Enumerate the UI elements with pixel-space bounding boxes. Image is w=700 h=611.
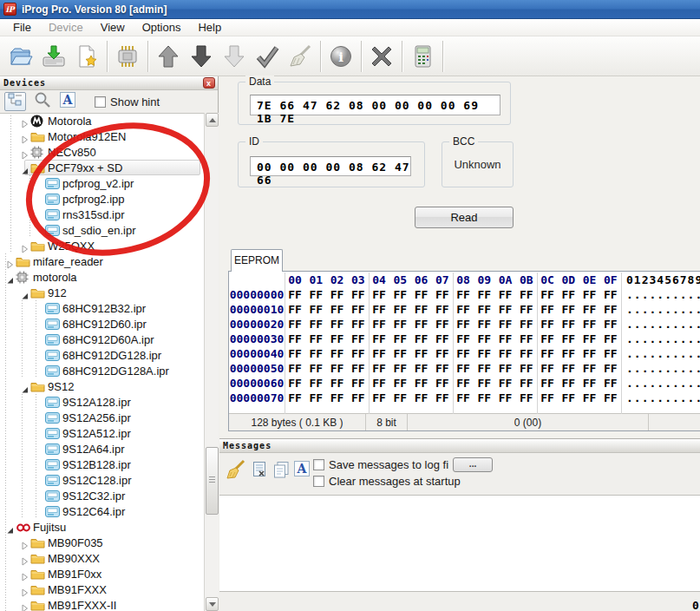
scroll-up-icon[interactable] [206,113,219,127]
upload-arrow-icon[interactable] [152,39,185,74]
status-bit-width: 8 bit [366,414,408,430]
hex-row-00000050[interactable]: 00000050FFFFFFFFFFFFFFFFFFFFFFFFFFFFFFFF… [229,361,700,376]
tree-item-9s12a256-ipr[interactable]: 9S12A256.ipr [0,410,202,425]
tree-item-w25qxx[interactable]: W25QXX [0,238,202,253]
tab-eeprom[interactable]: EEPROM [231,249,283,272]
search-button[interactable] [34,93,51,110]
tree-collapse-icon[interactable] [6,273,15,281]
data-input[interactable]: 7E 66 47 62 08 00 00 00 00 69 1B 7E [250,95,500,115]
tree-item-mb91fxxx[interactable]: MB91FXXX [0,581,202,597]
tree-item-mb90xxx[interactable]: MB90XXX [0,550,202,566]
verify-check-icon[interactable] [251,39,284,74]
hex-byte: FF [516,317,537,332]
show-hint-checkbox[interactable] [95,96,106,108]
hex-row-00000030[interactable]: 00000030FFFFFFFFFFFFFFFFFFFFFFFFFFFFFFFF… [229,332,700,346]
tree-expand-icon[interactable] [21,554,29,562]
save-log-checkbox[interactable] [313,459,324,470]
info-icon[interactable]: i [324,39,357,74]
font-icon[interactable]: A [294,461,310,476]
save-file-icon[interactable] [37,39,70,74]
clear-startup-checkbox[interactable] [313,476,324,487]
tree-view-button[interactable] [4,92,26,111]
tree-expand-icon[interactable] [21,148,29,156]
tree-item-rns315sd-ipr[interactable]: rns315sd.ipr [0,207,202,222]
tree-item-9s12c64-ipr[interactable]: 9S12C64.ipr [0,503,202,519]
hex-row-00000010[interactable]: 00000010FFFFFFFFFFFFFFFFFFFFFFFFFFFFFFFF… [229,302,700,317]
bcc-value: Unknown [442,158,513,171]
hex-byte: FF [537,391,558,405]
id-input[interactable]: 00 00 00 00 08 62 47 66 [250,156,411,176]
tree-expand-icon[interactable] [21,116,29,125]
hex-row-00000000[interactable]: 00000000FFFFFFFFFFFFFFFFFFFFFFFFFFFFFFFF… [229,287,700,302]
tree-item-9s12b128-ipr[interactable]: 9S12B128.ipr [0,457,202,472]
scroll-down-icon[interactable] [206,597,219,611]
copy-log-icon[interactable] [273,461,290,478]
tree-expand-icon[interactable] [6,257,15,266]
download-arrow-icon[interactable] [185,39,218,74]
tree-item-68hc912d60-ipr[interactable]: 68HC912D60.ipr [0,316,202,332]
scrollbar-thumb[interactable] [206,447,219,515]
tree-item-mifare-reader[interactable]: mifare_reader [0,253,202,269]
messages-log-area[interactable] [219,495,700,592]
tree-item-mb91fxxx-ii[interactable]: MB91FXXX-II [0,597,202,611]
eeprom-hex-view[interactable]: 000102030405060708090A0B0C0D0E0F01234567… [228,271,700,431]
tree-expand-icon[interactable] [21,601,29,609]
menu-item-options[interactable]: Options [134,19,190,36]
calculator-icon[interactable] [406,39,439,74]
hex-row-00000070[interactable]: 00000070FFFFFFFFFFFFFFFFFFFFFFFFFFFFFFFF… [229,391,700,405]
tree-item-9s12c32-ipr[interactable]: 9S12C32.ipr [0,488,202,503]
chip-icon[interactable] [111,39,144,74]
hex-byte: FF [516,376,537,391]
browse-button[interactable]: ... [453,457,493,472]
tree-item-motorola[interactable]: Motorola [0,113,202,128]
tree-item-motorola[interactable]: motorola [0,269,202,285]
delete-log-icon[interactable] [252,461,268,478]
tree-item-necv850[interactable]: NECv850 [0,144,202,160]
hex-row-00000020[interactable]: 00000020FFFFFFFFFFFFFFFFFFFFFFFFFFFFFFFF… [229,317,700,332]
menu-item-file[interactable]: File [4,19,40,36]
tree-item-mb90f035[interactable]: MB90F035 [0,535,202,550]
tree-item-9s12[interactable]: 9S12 [0,378,202,394]
hex-row-00000060[interactable]: 00000060FFFFFFFFFFFFFFFFFFFFFFFFFFFFFFFF… [229,376,700,391]
tree-item-68hc912b32-ipr[interactable]: 68HC912B32.ipr [0,300,202,316]
tree-collapse-icon[interactable] [21,163,29,172]
new-file-icon[interactable] [70,39,103,74]
tree-item-motorola912en[interactable]: Motorola912EN [0,128,202,144]
clear-log-broom-icon[interactable] [225,459,247,482]
font-button[interactable]: A [59,93,76,110]
menu-item-help[interactable]: Help [189,19,230,36]
tree-expand-icon[interactable] [21,132,29,141]
tree-item-68hc912dg128a-ipr[interactable]: 68HC912DG128A.ipr [0,363,202,378]
tree-item-pcfprog-v2-ipr[interactable]: pcfprog_v2.ipr [0,175,202,191]
tree-item-label: MB91FXXX-II [48,599,116,611]
download-arrow-disabled-icon[interactable] [218,39,251,74]
tree-item-sd-sdio-en-ipr[interactable]: sd_sdio_en.ipr [0,222,202,238]
close-icon[interactable]: x [203,77,215,89]
tree-item-9s12a128-ipr[interactable]: 9S12A128.ipr [0,394,202,410]
tree-expand-icon[interactable] [21,538,29,547]
tree-scrollbar[interactable] [204,113,219,611]
tree-item-pcfprog2-ipp[interactable]: pcfprog2.ipp [0,191,202,207]
erase-broom-icon[interactable] [284,39,317,74]
cancel-x-icon[interactable] [365,39,398,74]
tree-expand-icon[interactable] [21,241,29,250]
tree-item-pcf79xx-sd[interactable]: PCF79xx + SD [0,160,202,175]
tree-item-9s12a512-ipr[interactable]: 9S12A512.ipr [0,425,202,441]
menu-item-view[interactable]: View [92,19,134,36]
tree-item-68hc912dg128-ipr[interactable]: 68HC912DG128.ipr [0,347,202,363]
tree-expand-icon[interactable] [21,569,29,578]
tree-item-mb91f0xx[interactable]: MB91F0xx [0,566,202,581]
tree-expand-icon[interactable] [21,585,29,594]
read-button[interactable]: Read [415,207,514,228]
tree-item-68hc912d60a-ipr[interactable]: 68HC912D60A.ipr [0,332,202,347]
tree-item-9s12a64-ipr[interactable]: 9S12A64.ipr [0,441,202,457]
open-file-icon[interactable] [4,39,37,74]
tree-item-fujitsu[interactable]: Fujitsu [0,519,202,535]
tree-collapse-icon[interactable] [21,288,29,297]
hex-row-00000040[interactable]: 00000040FFFFFFFFFFFFFFFFFFFFFFFFFFFFFFFF… [229,346,700,361]
tree-collapse-icon[interactable] [6,522,15,531]
tree-item-9s12c128-ipr[interactable]: 9S12C128.ipr [0,472,202,488]
tree-item-912[interactable]: 912 [0,285,202,300]
title-bar[interactable]: iP iProg Pro. Version 80 [admin] [0,0,700,19]
tree-collapse-icon[interactable] [21,382,29,391]
